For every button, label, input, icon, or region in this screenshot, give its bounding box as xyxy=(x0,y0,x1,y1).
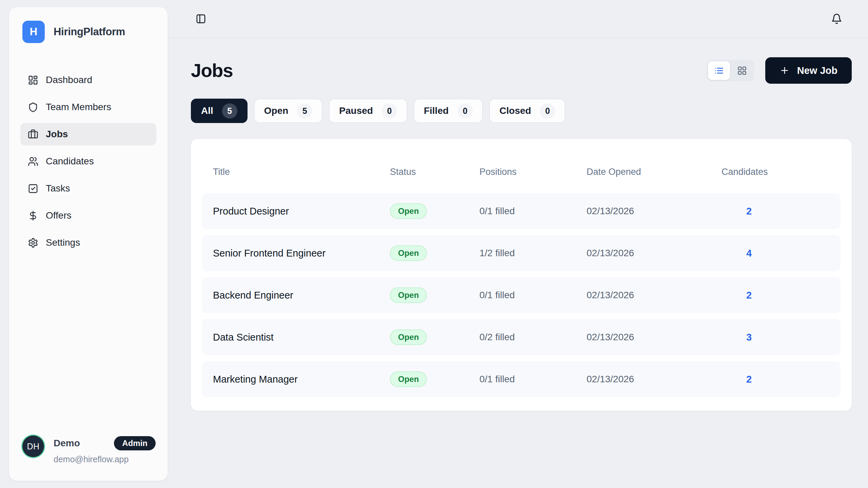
jobs-table-header: TitleStatusPositionsDate OpenedCandidate… xyxy=(202,150,841,193)
filter-tab-closed[interactable]: Closed 0 xyxy=(489,99,565,123)
plus-icon xyxy=(780,65,790,76)
sidebar-item-tasks[interactable]: Tasks xyxy=(20,177,156,200)
filter-label: Open xyxy=(264,105,289,116)
jobs-page: Jobs New Job All 5 Open xyxy=(168,38,868,488)
sidebar-nav: Dashboard Team Members Jobs Candidates T… xyxy=(20,69,156,254)
date-opened: 02/13/2026 xyxy=(587,206,722,217)
status-badge: Open xyxy=(390,287,427,303)
column-header-status: Status xyxy=(390,167,479,177)
filter-label: Filled xyxy=(424,105,449,116)
brand: H HiringPlatform xyxy=(20,21,156,43)
filter-tab-filled[interactable]: Filled 0 xyxy=(414,99,483,123)
user-meta: Demo Admin demo@hireflow.app xyxy=(54,435,156,464)
candidates-count: 2 xyxy=(722,206,776,217)
chevron-right-icon xyxy=(811,206,822,216)
filter-label: All xyxy=(201,105,213,116)
job-row[interactable]: Senior Frontend Engineer Open 1/2 filled… xyxy=(202,235,841,271)
list-icon xyxy=(714,66,724,76)
bell-icon xyxy=(831,13,842,24)
date-opened: 02/13/2026 xyxy=(587,290,722,301)
sidebar-item-offers[interactable]: Offers xyxy=(20,204,156,227)
jobs-table-card: TitleStatusPositionsDate OpenedCandidate… xyxy=(191,139,852,411)
filter-count-badge: 0 xyxy=(457,103,473,119)
user-name: Demo xyxy=(54,438,80,449)
chevron-right-icon xyxy=(811,374,822,384)
positions-filled: 0/2 filled xyxy=(479,332,587,343)
notifications-button[interactable] xyxy=(830,12,844,26)
new-job-button[interactable]: New Job xyxy=(765,57,852,84)
column-header-date-opened: Date Opened xyxy=(587,167,722,177)
chevron-right-icon xyxy=(811,290,822,300)
job-title: Product Designer xyxy=(213,206,390,217)
sidebar-toggle-button[interactable] xyxy=(194,12,208,25)
filter-count-badge: 0 xyxy=(382,103,397,119)
status-badge: Open xyxy=(390,329,427,345)
avatar: DH xyxy=(22,435,44,457)
job-title: Backend Engineer xyxy=(213,290,390,301)
sidebar-item-dashboard[interactable]: Dashboard xyxy=(20,69,156,91)
job-title: Senior Frontend Engineer xyxy=(213,248,390,259)
date-opened: 02/13/2026 xyxy=(587,374,722,385)
candidates-count: 3 xyxy=(722,332,776,343)
date-opened: 02/13/2026 xyxy=(587,332,722,343)
status-filter-tabs: All 5 Open 5 Paused 0 Filled 0 Closed 0 xyxy=(191,99,852,123)
shield-icon xyxy=(28,102,38,113)
briefcase-icon xyxy=(28,129,38,140)
column-header-candidates: Candidates xyxy=(722,167,776,177)
jobs-table-body: Product Designer Open 0/1 filled 02/13/2… xyxy=(202,193,841,397)
dollar-icon xyxy=(28,210,38,221)
grid-view-button[interactable] xyxy=(731,61,753,80)
users-icon xyxy=(28,156,38,167)
grid-icon xyxy=(737,66,747,76)
filter-count-badge: 5 xyxy=(297,103,312,119)
page-title: Jobs xyxy=(191,60,233,81)
candidates-count: 2 xyxy=(722,374,776,385)
positions-filled: 0/1 filled xyxy=(479,374,587,385)
date-opened: 02/13/2026 xyxy=(587,248,722,259)
positions-filled: 0/1 filled xyxy=(479,290,587,301)
sidebar-item-team-members[interactable]: Team Members xyxy=(20,96,156,118)
sidebar-item-settings[interactable]: Settings xyxy=(20,231,156,254)
dashboard-icon xyxy=(28,75,38,85)
filter-count-badge: 0 xyxy=(540,103,555,119)
job-title: Marketing Manager xyxy=(213,374,390,385)
tasks-icon xyxy=(28,183,38,194)
brand-logo: H xyxy=(22,21,45,43)
positions-filled: 0/1 filled xyxy=(479,206,587,217)
candidates-count: 2 xyxy=(722,290,776,301)
page-header: Jobs New Job xyxy=(191,57,852,84)
user-card[interactable]: DH Demo Admin demo@hireflow.app xyxy=(20,433,156,467)
panel-left-icon xyxy=(196,14,206,24)
main-area: Jobs New Job All 5 Open xyxy=(168,0,868,488)
job-row[interactable]: Data Scientist Open 0/2 filled 02/13/202… xyxy=(202,319,841,355)
chevron-right-icon xyxy=(811,248,822,258)
chevron-right-icon xyxy=(811,332,822,342)
status-badge: Open xyxy=(390,245,427,261)
job-title: Data Scientist xyxy=(213,332,390,343)
job-row[interactable]: Backend Engineer Open 0/1 filled 02/13/2… xyxy=(202,277,841,313)
brand-name: HiringPlatform xyxy=(54,26,125,38)
new-job-label: New Job xyxy=(797,65,837,76)
status-badge: Open xyxy=(390,371,427,387)
filter-tab-all[interactable]: All 5 xyxy=(191,99,248,123)
candidates-count: 4 xyxy=(722,248,776,259)
positions-filled: 1/2 filled xyxy=(479,248,587,259)
filter-label: Paused xyxy=(339,105,373,116)
settings-icon xyxy=(28,238,38,248)
status-badge: Open xyxy=(390,203,427,219)
list-view-button[interactable] xyxy=(708,61,730,80)
user-email: demo@hireflow.app xyxy=(54,454,156,464)
filter-label: Closed xyxy=(499,105,531,116)
sidebar: H HiringPlatform Dashboard Team Members … xyxy=(9,7,168,481)
column-header-positions: Positions xyxy=(479,167,587,177)
topbar xyxy=(168,0,868,38)
sidebar-item-candidates[interactable]: Candidates xyxy=(20,150,156,172)
filter-tab-open[interactable]: Open 5 xyxy=(254,99,323,123)
column-header-title: Title xyxy=(213,167,390,177)
filter-count-badge: 5 xyxy=(222,103,237,119)
filter-tab-paused[interactable]: Paused 0 xyxy=(329,99,407,123)
job-row[interactable]: Marketing Manager Open 0/1 filled 02/13/… xyxy=(202,361,841,397)
job-row[interactable]: Product Designer Open 0/1 filled 02/13/2… xyxy=(202,193,841,229)
role-badge: Admin xyxy=(114,436,156,450)
sidebar-item-jobs[interactable]: Jobs xyxy=(20,123,156,145)
